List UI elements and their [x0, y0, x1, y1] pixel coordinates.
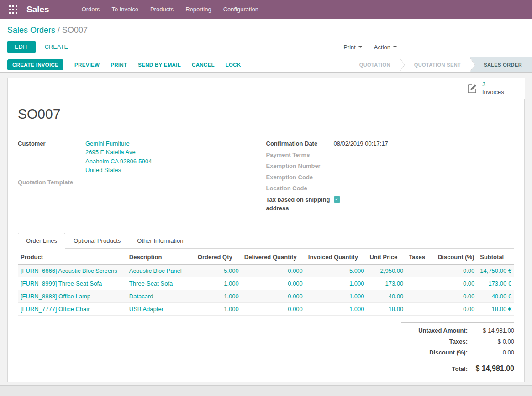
print-dropdown-label: Print: [343, 44, 356, 51]
statusbar: CREATE INVOICE PREVIEW PRINT SEND BY EMA…: [0, 57, 532, 73]
customer-address-line1: 2695 E Katella Ave: [85, 148, 152, 157]
header-discount: Discount (%): [435, 250, 477, 265]
header-product: Product: [18, 250, 126, 265]
form-view: 3 Invoices SO007 Customer Gemini Furnitu…: [0, 73, 532, 388]
header-subtotal: Subtotal: [477, 250, 514, 265]
breadcrumb-current: SO007: [62, 26, 88, 35]
print-dropdown[interactable]: Print: [343, 44, 362, 51]
chevron-separator-icon: [400, 58, 405, 72]
edit-button[interactable]: EDIT: [7, 41, 36, 53]
tab-other-information[interactable]: Other Information: [129, 233, 191, 249]
print-button[interactable]: PRINT: [111, 62, 127, 68]
total-value: $ 14,981.00: [468, 365, 514, 373]
tab-optional-products[interactable]: Optional Products: [65, 233, 129, 249]
cell-delivered-qty: 0.000: [242, 290, 306, 302]
action-dropdown-label: Action: [374, 44, 390, 51]
cell-discount: 0.00: [435, 277, 477, 290]
cell-unit-price: 173.00: [367, 277, 406, 290]
tab-order-lines[interactable]: Order Lines: [18, 233, 65, 249]
order-line-row[interactable]: [FURN_8999] Three-Seat Sofa Three-Seat S…: [18, 277, 514, 290]
taxes-total-label: Taxes:: [449, 338, 468, 345]
nav-item-configuration[interactable]: Configuration: [217, 0, 264, 19]
order-line-row[interactable]: [FURN_7777] Office Chair USB Adapter 1.0…: [18, 302, 514, 315]
order-line-row[interactable]: [FURN_6666] Acoustic Bloc Screens Acoust…: [18, 264, 514, 277]
nav-item-orders[interactable]: Orders: [76, 0, 106, 19]
preview-button[interactable]: PREVIEW: [74, 62, 100, 68]
cell-product: [FURN_6666] Acoustic Bloc Screens: [18, 264, 126, 277]
nav-item-products[interactable]: Products: [144, 0, 179, 19]
control-panel: Sales Orders / SO007 EDIT CREATE Print A…: [0, 19, 532, 57]
cell-invoiced-qty: 1.000: [306, 302, 367, 315]
invoices-label: Invoices: [482, 89, 504, 96]
lock-button[interactable]: LOCK: [226, 62, 241, 68]
pencil-square-icon: [467, 83, 478, 94]
status-steps: QUOTATION QUOTATION SENT SALES ORDER: [350, 57, 532, 72]
left-field-column: Customer Gemini Furniture 2695 E Katella…: [18, 139, 266, 213]
apps-grid-icon[interactable]: [7, 4, 19, 16]
cell-product: [FURN_7777] Office Chair: [18, 302, 126, 315]
order-line-row[interactable]: [FURN_8888] Office Lamp Datacard 1.000 0…: [18, 290, 514, 302]
action-dropdown[interactable]: Action: [374, 44, 397, 51]
cell-delivered-qty: 0.000: [242, 264, 306, 277]
untaxed-amount-value: $ 14,981.00: [468, 327, 514, 334]
cell-discount: 0.00: [435, 290, 477, 302]
create-invoice-button[interactable]: CREATE INVOICE: [7, 59, 63, 70]
invoices-count: 3: [482, 81, 485, 88]
cell-invoiced-qty: 1.000: [306, 290, 367, 302]
header-taxes: Taxes: [406, 250, 435, 265]
customer-link[interactable]: Gemini Furniture: [85, 139, 152, 148]
cell-taxes: [406, 264, 435, 277]
main-menu: Orders To Invoice Products Reporting Con…: [76, 0, 264, 19]
nav-item-reporting[interactable]: Reporting: [179, 0, 217, 19]
customer-address-line3: United States: [85, 166, 152, 175]
confirmation-date-label: Confirmation Date: [266, 139, 334, 148]
cell-description: Acoustic Bloc Panel: [126, 264, 195, 277]
cell-unit-price: 40.00: [367, 290, 406, 302]
app-name[interactable]: Sales: [26, 5, 49, 15]
create-button[interactable]: CREATE: [42, 41, 71, 53]
status-step-quotation-sent[interactable]: QUOTATION SENT: [405, 57, 470, 72]
chatter-footer: [0, 385, 532, 396]
cell-description: Three-Seat Sofa: [126, 277, 195, 290]
header-unit-price: Unit Price: [367, 250, 406, 265]
tax-shipping-label: Tax based on shipping address: [266, 195, 334, 213]
cell-description: Datacard: [126, 290, 195, 302]
cell-subtotal: 14,750.00 €: [477, 264, 514, 277]
table-header-row: Product Description Ordered Qty Delivere…: [18, 250, 514, 265]
total-label: Total:: [452, 365, 468, 372]
order-totals: Untaxed Amount: $ 14,981.00 Taxes: $ 0.0…: [401, 322, 514, 377]
cell-subtotal: 173.00 €: [477, 277, 514, 290]
cell-ordered-qty: 1.000: [195, 290, 242, 302]
status-step-quotation[interactable]: QUOTATION: [350, 57, 400, 72]
top-navbar: Sales Orders To Invoice Products Reporti…: [0, 0, 532, 19]
cell-subtotal: 18.00 €: [477, 302, 514, 315]
invoices-stat-button[interactable]: 3 Invoices: [461, 78, 525, 99]
header-invoiced-quantity: Invoiced Quantity: [306, 250, 367, 265]
status-step-sales-order[interactable]: SALES ORDER: [470, 57, 532, 72]
cell-taxes: [406, 277, 435, 290]
right-field-column: Confirmation Date 08/02/2019 00:17:17 Pa…: [266, 139, 515, 213]
cell-unit-price: 18.00: [367, 302, 406, 315]
header-ordered-qty: Ordered Qty: [195, 250, 242, 265]
tax-shipping-checkbox[interactable]: ✓: [334, 196, 340, 203]
order-title: SO007: [18, 106, 514, 122]
cell-product: [FURN_8999] Three-Seat Sofa: [18, 277, 126, 290]
cell-subtotal: 40.00 €: [477, 290, 514, 302]
caret-down-icon: [393, 46, 397, 48]
header-delivered-quantity: Delivered Quantity: [242, 250, 306, 265]
cancel-button[interactable]: CANCEL: [192, 62, 215, 68]
cell-ordered-qty: 1.000: [195, 302, 242, 315]
cell-delivered-qty: 0.000: [242, 302, 306, 315]
send-by-email-button[interactable]: SEND BY EMAIL: [138, 62, 181, 68]
check-icon: ✓: [335, 197, 338, 202]
breadcrumb-separator: /: [55, 26, 62, 35]
cell-ordered-qty: 1.000: [195, 277, 242, 290]
discount-total-value: 0.00: [468, 349, 514, 356]
field-group: Customer Gemini Furniture 2695 E Katella…: [18, 139, 514, 213]
customer-label: Customer: [18, 139, 85, 175]
breadcrumb-parent[interactable]: Sales Orders: [7, 26, 55, 35]
exemption-number-label: Exemption Number: [266, 162, 334, 170]
grid-icon: [9, 5, 17, 14]
cell-taxes: [406, 302, 435, 315]
nav-item-to-invoice[interactable]: To Invoice: [105, 0, 144, 19]
